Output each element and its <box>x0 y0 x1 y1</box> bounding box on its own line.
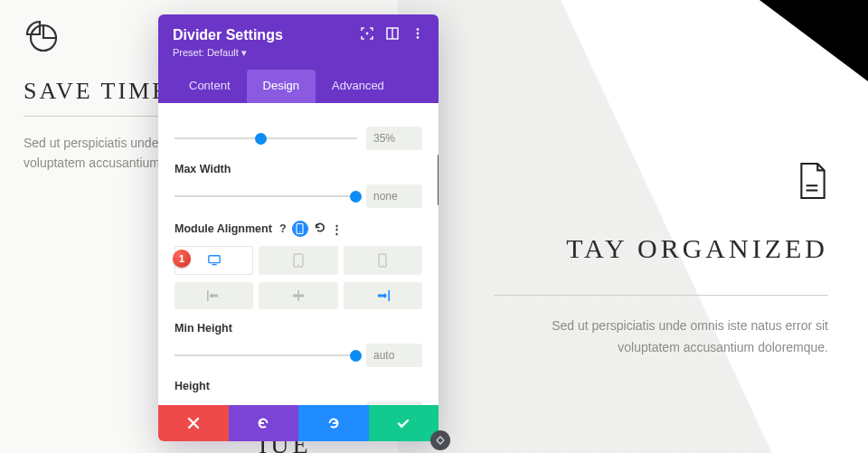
svg-point-6 <box>417 28 420 31</box>
right-divider <box>494 295 828 296</box>
modal-tabs: Content Design Advanced <box>173 70 424 103</box>
kebab-icon[interactable] <box>411 27 424 43</box>
svg-rect-21 <box>389 290 391 301</box>
wireframe-icon[interactable] <box>386 27 399 43</box>
align-right[interactable] <box>344 282 422 309</box>
align-left[interactable] <box>175 282 253 309</box>
save-button[interactable] <box>369 405 439 441</box>
module-alignment-label: Module Alignment <box>175 222 272 235</box>
align-center[interactable] <box>259 282 337 309</box>
height-label: Height <box>175 380 422 392</box>
scrollbar-thumb[interactable] <box>438 154 439 206</box>
right-column-lower: Sed ut perspiciatis unde omnis iste natu… <box>494 278 828 359</box>
max-width-field: Max Width none <box>175 163 422 208</box>
modal-body: 35% Max Width none Module Alignment ? ⋮ <box>158 103 439 405</box>
height-value[interactable]: auto <box>366 401 422 405</box>
min-height-field: Min Height auto <box>175 322 422 367</box>
min-height-slider[interactable] <box>175 349 357 362</box>
reset-icon[interactable] <box>314 222 326 236</box>
right-column-upper <box>494 163 828 226</box>
device-phone[interactable] <box>344 246 422 275</box>
alignment-segment <box>175 282 422 309</box>
expand-icon[interactable] <box>361 27 373 43</box>
options-kebab-icon[interactable]: ⋮ <box>331 222 342 236</box>
right-paragraph: Sed ut perspiciatis unde omnis iste natu… <box>494 316 828 359</box>
svg-rect-17 <box>207 290 209 301</box>
svg-rect-12 <box>212 264 216 265</box>
svg-rect-20 <box>293 295 304 297</box>
document-icon <box>494 163 828 203</box>
undo-button[interactable] <box>229 405 299 441</box>
min-height-value[interactable]: auto <box>366 344 422 367</box>
height-field: Height auto <box>175 380 422 405</box>
max-width-slider[interactable] <box>175 190 357 203</box>
svg-point-3 <box>366 33 369 35</box>
chevron-down-icon: ▾ <box>241 47 247 58</box>
preset-label[interactable]: Preset: Default ▾ <box>173 47 424 59</box>
tab-content[interactable]: Content <box>173 70 247 103</box>
svg-rect-11 <box>209 256 220 263</box>
svg-point-8 <box>417 36 420 39</box>
resize-handle[interactable] <box>430 430 450 450</box>
min-height-label: Min Height <box>175 322 422 335</box>
width-slider[interactable] <box>175 132 357 145</box>
responsive-phone-icon[interactable] <box>292 221 308 237</box>
svg-point-16 <box>382 264 383 265</box>
cancel-button[interactable] <box>158 405 229 441</box>
width-value[interactable]: 35% <box>366 127 422 150</box>
width-row: 35% <box>175 127 422 150</box>
tab-advanced[interactable]: Advanced <box>316 70 401 103</box>
modal-header: Divider Settings Preset: Default ▾ Conte… <box>158 14 439 103</box>
max-width-thumb <box>350 191 362 203</box>
settings-modal: Divider Settings Preset: Default ▾ Conte… <box>158 14 439 441</box>
tab-design[interactable]: Design <box>247 70 316 103</box>
right-heading: TAY ORGANIZED <box>566 233 828 264</box>
module-alignment-field: Module Alignment ? ⋮ 1 <box>175 221 422 309</box>
svg-point-7 <box>417 33 420 35</box>
max-width-label: Max Width <box>175 163 422 175</box>
svg-point-10 <box>299 231 300 232</box>
svg-point-14 <box>297 264 299 266</box>
modal-title: Divider Settings <box>173 27 361 43</box>
max-width-value[interactable]: none <box>366 184 422 208</box>
device-segment <box>175 246 422 275</box>
redo-button[interactable] <box>298 405 369 441</box>
step-badge-1: 1 <box>173 250 191 268</box>
help-icon[interactable]: ? <box>279 222 287 235</box>
device-tablet[interactable] <box>259 246 337 275</box>
modal-footer <box>158 405 439 441</box>
right-heading-wrap: TAY ORGANIZED <box>566 233 828 264</box>
width-thumb <box>255 133 267 145</box>
corner-triangle <box>760 0 868 81</box>
